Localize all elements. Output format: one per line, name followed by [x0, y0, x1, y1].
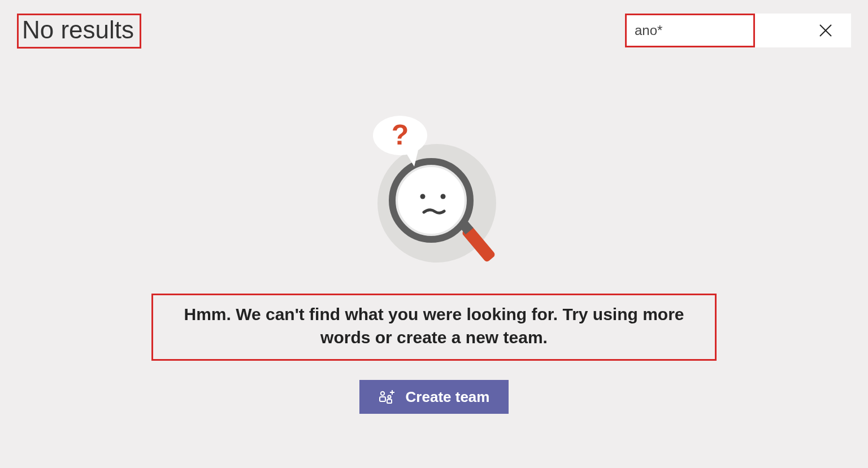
svg-point-13 — [388, 395, 390, 398]
svg-point-5 — [420, 194, 426, 199]
svg-point-11 — [380, 392, 384, 395]
no-results-illustration: ? — [361, 113, 507, 271]
search-area — [625, 14, 851, 47]
svg-rect-12 — [380, 397, 385, 401]
empty-message-highlight: Hmm. We can't find what you were looking… — [151, 294, 717, 361]
page-title: No results — [22, 16, 134, 43]
svg-point-3 — [393, 162, 470, 239]
clear-search-button[interactable] — [755, 14, 851, 47]
svg-text:?: ? — [392, 119, 409, 151]
close-icon — [818, 23, 833, 38]
svg-rect-14 — [387, 400, 392, 404]
empty-message: Hmm. We can't find what you were looking… — [167, 303, 701, 349]
empty-state: ? Hmm. We can't find what you were looki… — [0, 113, 868, 414]
search-input-highlight — [625, 14, 755, 47]
create-team-icon — [379, 389, 396, 405]
create-team-button[interactable]: Create team — [359, 380, 509, 414]
page-title-highlight: No results — [17, 14, 141, 49]
create-team-label: Create team — [406, 388, 490, 406]
svg-point-6 — [441, 194, 446, 199]
search-input[interactable] — [635, 23, 745, 38]
